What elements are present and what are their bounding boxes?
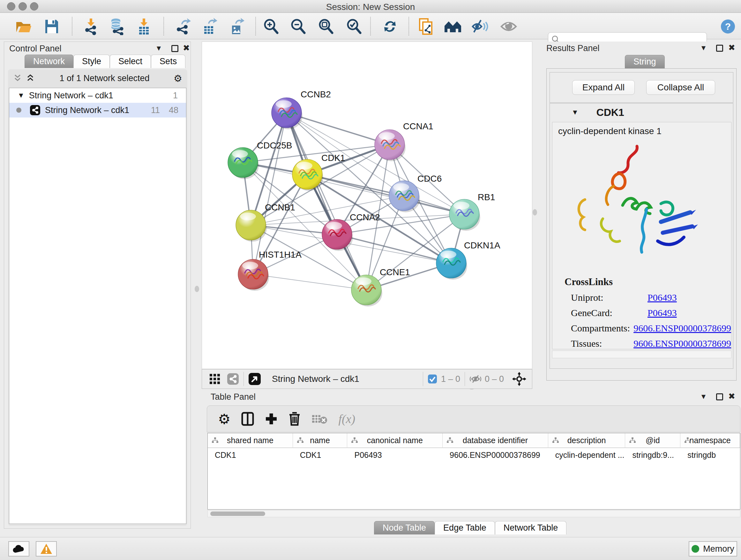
hide-unhide-button[interactable] (471, 17, 489, 36)
zoom-fit-button[interactable] (317, 17, 335, 36)
right-splitter-handle[interactable] (533, 209, 537, 215)
crosslink-label: Tissues: (571, 338, 633, 349)
open-session-button[interactable] (15, 17, 32, 36)
tab-edge-table[interactable]: Edge Table (434, 521, 495, 535)
import-network-database-button[interactable] (108, 17, 126, 36)
table-cell[interactable]: P06493 (347, 448, 443, 462)
main-toolbar: ? (0, 13, 741, 39)
eye-button[interactable] (500, 17, 518, 36)
import-table-file-button[interactable] (135, 17, 153, 36)
control-panel-close-icon[interactable]: ✖ (183, 43, 190, 53)
table-cell[interactable]: CDK1 (208, 448, 293, 462)
refresh-layout-button[interactable] (381, 17, 399, 36)
tab-node-table[interactable]: Node Table (374, 521, 434, 535)
table-cell[interactable]: cyclin-dependent ... (548, 448, 625, 462)
database-network-icon (109, 18, 125, 35)
home-layout-button[interactable] (444, 17, 462, 36)
delete-table-icon[interactable] (312, 413, 327, 425)
show-columns-icon[interactable] (241, 412, 254, 426)
export-image-button[interactable] (228, 17, 246, 36)
control-panel-float-icon[interactable] (172, 45, 179, 52)
node-ccna1[interactable]: CCNA1 (375, 121, 433, 161)
zoom-selected-button[interactable] (345, 17, 363, 36)
crosslink-link[interactable]: 9606.ENSP00000378699 (633, 323, 731, 334)
table-cell[interactable]: stringdb (680, 448, 740, 462)
node-ccnb1[interactable]: CCNB1 (236, 202, 295, 242)
column-header-canonical-name[interactable]: canonical name (347, 433, 443, 448)
results-panel-float-icon[interactable] (716, 45, 723, 52)
table-settings-gear-icon[interactable]: ⚙ (218, 411, 230, 427)
results-hscrollbar[interactable] (552, 351, 731, 358)
selected-checkbox-icon[interactable] (428, 374, 437, 384)
crosslink-link[interactable]: P06493 (648, 307, 677, 318)
table-panel-float-icon[interactable] (716, 393, 723, 400)
table-cell[interactable]: 9606.ENSP00000378699 (443, 448, 548, 462)
fit-selected-crosshair-icon[interactable] (512, 372, 526, 386)
edge-CCNB2-CCNE1[interactable] (286, 113, 366, 290)
tab-style[interactable]: Style (73, 55, 110, 68)
expand-all-icon[interactable] (26, 74, 36, 82)
edge-HIST1H1A-CCNE1[interactable] (253, 274, 366, 290)
network-graph[interactable]: CCNB2CCNA1CDC25BCDK1CDC6RB1CCNB1CCNA2CDK… (202, 42, 532, 369)
results-panel-close-icon[interactable]: ✖ (728, 43, 735, 53)
birds-eye-view-icon[interactable] (248, 373, 261, 385)
node-cdk1[interactable]: CDK1 (292, 153, 345, 191)
network-options-gear-icon[interactable]: ⚙ (174, 73, 182, 84)
help-button[interactable]: ? (719, 17, 737, 36)
column-header-shared-name[interactable]: shared name (208, 433, 293, 448)
clone-network-button[interactable] (417, 17, 434, 36)
add-column-icon[interactable] (265, 413, 278, 425)
protein-collapse-arrow-icon[interactable]: ▼ (571, 108, 579, 117)
grid-view-icon[interactable] (209, 373, 220, 385)
column-header-description[interactable]: description (548, 433, 625, 448)
tab-network-table[interactable]: Network Table (495, 521, 567, 535)
column-header-database-identifier[interactable]: database identifier (443, 433, 548, 448)
network-share-icon[interactable] (227, 373, 239, 385)
crosslink-link[interactable]: P06493 (648, 292, 677, 303)
export-table-button[interactable] (201, 17, 219, 36)
node-ccne1[interactable]: CCNE1 (351, 267, 410, 307)
table-cell[interactable]: stringdb:9... (625, 448, 680, 462)
table-hscrollbar-thumb[interactable] (210, 511, 265, 516)
column-header-namespace[interactable]: namespace (680, 433, 740, 448)
results-panel-menu-icon[interactable]: ▾ (701, 43, 705, 53)
tab-select[interactable]: Select (110, 55, 151, 68)
node-rb1[interactable]: RB1 (449, 192, 495, 231)
table-hscrollbar[interactable] (207, 510, 740, 517)
crosslink-label: Compartments: (571, 323, 633, 334)
tab-sets[interactable]: Sets (151, 55, 185, 68)
table-panel-close-icon[interactable]: ✖ (728, 391, 735, 401)
node-cdkn1a[interactable]: CDKN1A (436, 240, 500, 280)
import-network-file-button[interactable] (82, 17, 99, 36)
column-header-label: namespace (690, 436, 731, 445)
crosslink-link[interactable]: 9606.ENSP00000378699 (633, 338, 731, 349)
column-header--id[interactable]: @id (625, 433, 680, 448)
network-canvas[interactable]: CCNB2CCNA1CDC25BCDK1CDC6RB1CCNB1CCNA2CDK… (202, 42, 532, 369)
expand-all-button[interactable]: Expand All (572, 80, 635, 95)
network-row[interactable]: String Network – cdk1 11 48 (9, 103, 186, 118)
collapse-all-button[interactable]: Collapse All (646, 80, 715, 95)
collection-expand-arrow-icon[interactable]: ▼ (17, 91, 24, 100)
control-panel-menu-icon[interactable]: ▾ (157, 43, 161, 53)
warning-status-button[interactable] (36, 541, 57, 557)
table-cell[interactable]: CDK1 (293, 448, 347, 462)
left-splitter-handle[interactable] (195, 286, 199, 292)
save-session-button[interactable] (43, 17, 61, 36)
tab-network[interactable]: Network (24, 55, 73, 68)
function-builder-icon[interactable]: f(x) (338, 412, 355, 426)
collapse-all-icon[interactable] (13, 74, 23, 82)
memory-button[interactable]: Memory (689, 541, 737, 557)
zoom-in-button[interactable] (262, 17, 280, 36)
network-collection-row[interactable]: ▼ String Network – cdk1 1 (9, 88, 186, 103)
table-panel-menu-icon[interactable]: ▾ (701, 391, 705, 401)
node-hist1h1a[interactable]: HIST1H1A (238, 250, 301, 291)
column-header-name[interactable]: name (293, 433, 347, 448)
node-cdc25b[interactable]: CDC25B (228, 140, 292, 179)
table-row[interactable]: CDK1CDK1P064939606.ENSP00000378699cyclin… (208, 448, 740, 462)
zoom-out-button[interactable] (289, 17, 307, 36)
delete-column-trash-icon[interactable] (288, 412, 300, 426)
cloud-status-button[interactable] (8, 541, 29, 557)
hidden-eye-icon[interactable] (469, 374, 482, 384)
tab-string[interactable]: String (625, 55, 665, 68)
export-network-button[interactable] (174, 17, 192, 36)
